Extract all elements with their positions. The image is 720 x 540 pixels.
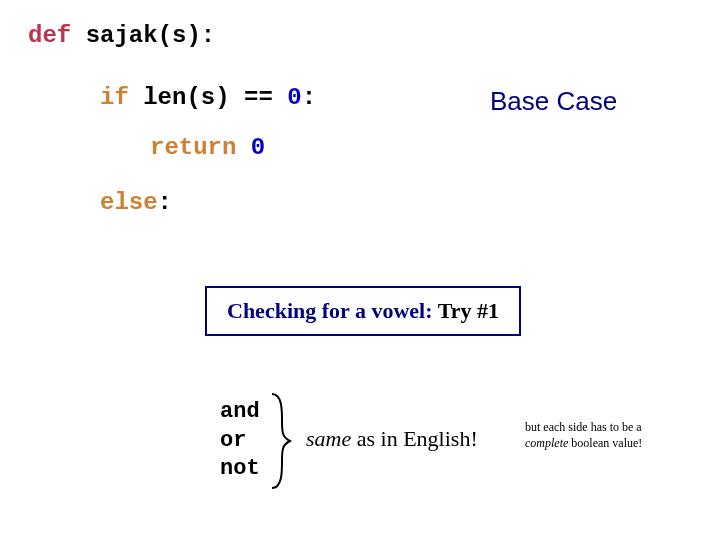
vowel-box: Checking for a vowel: Try #1: [205, 286, 521, 336]
code-line-4: else:: [100, 185, 172, 221]
op-not: not: [220, 455, 260, 484]
footnote-a: but each side has to be a: [525, 420, 642, 434]
zero-lit: 0: [287, 84, 301, 111]
ret-zero: 0: [251, 134, 265, 161]
func-name: sajak(s): [86, 22, 201, 49]
kw-return: return: [150, 134, 236, 161]
code-line-1: def sajak(s):: [28, 18, 215, 54]
base-case-label: Base Case: [490, 86, 617, 117]
op-and: and: [220, 398, 260, 427]
kw-if: if: [100, 84, 129, 111]
kw-def: def: [28, 22, 71, 49]
kw-else: else: [100, 189, 158, 216]
english-note: same as in English!: [306, 426, 478, 452]
op-or: or: [220, 427, 260, 456]
boolean-ops: and or not: [220, 398, 260, 484]
code-line-3: return 0: [150, 130, 265, 166]
footnote-c: boolean value!: [568, 436, 642, 450]
vowel-lead: Checking for a vowel:: [227, 298, 433, 323]
english-same: same: [306, 426, 351, 451]
if-cond: len(s) ==: [143, 84, 287, 111]
english-rest: as in English!: [351, 426, 478, 451]
code-line-2: if len(s) == 0:: [100, 80, 316, 116]
footnote-b: complete: [525, 436, 568, 450]
curly-brace-icon: [268, 392, 292, 490]
footnote: but each side has to be a complete boole…: [525, 420, 665, 451]
vowel-tail: Try #1: [433, 298, 499, 323]
